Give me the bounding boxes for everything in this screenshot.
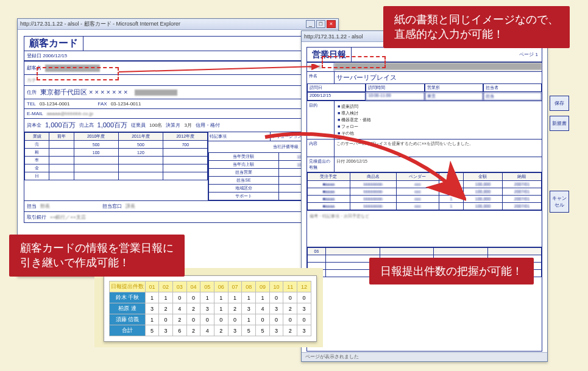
perf-c2: 2010年度 [74,133,118,141]
pr4: 日 [25,172,49,180]
perf-c1: 前年 [49,133,74,141]
side-buttons: 保存 新規書 キャンセル [550,96,569,213]
email-label: E-MAIL [27,111,43,116]
memo-area: 備考・特記事項・次回予定など [307,210,542,247]
contact-label: 担当窓口 [102,203,122,210]
callout-left: 顧客カードの情報を営業日報に 引き継いで作成可能！ [9,235,185,277]
addr-label: 住所 [27,89,37,96]
rc-row-name: 須藤 信義 [110,314,146,325]
bank-label: 取引銀行 [27,214,46,221]
addr-extra [135,90,177,96]
callout-top-right: 紙の書類と同じイメージなので、 直感的な入力が可能！ [383,6,570,48]
new-button[interactable]: 新規書 [550,116,569,131]
doc-title-report: 営業日報 [307,48,352,62]
cap-value: 1,000百万 [45,121,76,130]
report-count-table: 日報提出件数 01 02 03 04 05 06 07 08 09 10 11 … [109,281,311,336]
tel-label: TEL [27,101,36,107]
svg-line-0 [119,66,319,72]
reg-date-row: 登録日 2006/12/15 [24,51,331,61]
bank-value: ××銀行／××支店 [50,214,86,221]
doc-page: ページ 1 [515,51,542,58]
emp-label: 従業員 [131,122,146,129]
tel-value: 03-1234-0001 [40,101,70,107]
perf-h0: 業績 [25,133,49,141]
sales-value: 1,000百万 [97,121,128,130]
fy-value: 3月 [184,122,191,129]
rc-row-name: 柏原 達 [110,303,146,314]
customer-name-label: 顧客名 [27,65,41,71]
fy-label: 決算月 [166,122,180,129]
close-button[interactable]: × [327,20,336,28]
titlebar-text: http://172.31.1.22 - alsol - 顧客カード - Mic… [20,20,305,28]
titlebar-customer: http://172.31.1.22 - alsol - 顧客カード - Mic… [18,19,338,30]
pr0: 売 [25,141,49,149]
performance-table: 業績 前年 2010年度 2011年度 2012年度 売500500700 粗1… [24,132,208,180]
credit-label: 信用・格付 [196,122,220,129]
save-button[interactable]: 保存 [550,96,569,111]
perf-c4: 2012年度 [163,133,208,141]
rc-header: 日報提出件数 [110,281,146,292]
rep-label: 担当 [27,203,37,210]
fax-label: FAX [98,101,107,107]
fax-value: 03-1234-0011 [111,101,141,107]
cap-label: 資本金 [27,122,41,129]
customer-kana: カナ [27,77,76,83]
max-button[interactable]: □ [316,20,325,28]
rc-row-name: 合計 [110,325,146,336]
contact-value: 課長 [126,203,135,210]
pr3: 金 [25,164,49,172]
rep-value: 部長 [40,203,50,210]
min-button[interactable]: _ [306,20,315,28]
report-customer-value [335,63,542,70]
report-grid: 訪問日 訪問時間 営業所 担当者 2006/12/15 10:00-11:00 … [307,83,542,101]
statusbar: ページが表示されました [302,352,547,361]
pr1: 粗 [25,149,49,157]
callout-bottom-right: 日報提出件数の把握が可能！ [369,258,534,284]
pr2: 率 [25,157,49,164]
panel-report-count: 日報提出件数 01 02 03 04 05 06 07 08 09 10 11 … [104,275,317,342]
perf-c3: 2011年度 [118,133,163,141]
arrow-curve [259,131,466,204]
emp-value: 100名 [149,122,162,129]
sales-label: 売上高 [79,122,94,129]
customer-name-value [45,65,100,72]
doc-title-customer: 顧客カード [24,37,83,51]
addr-value: 東京都千代田区 × × × × × × × [40,88,127,97]
arrow-link [119,64,323,76]
rc-row-name: 鈴木 千秋 [110,292,146,303]
email-value: aaaaa@bbbbbb.co.jp [47,111,93,116]
subject-value: サーバーリプレイス [335,72,542,83]
cancel-button[interactable]: キャンセル [550,191,569,213]
